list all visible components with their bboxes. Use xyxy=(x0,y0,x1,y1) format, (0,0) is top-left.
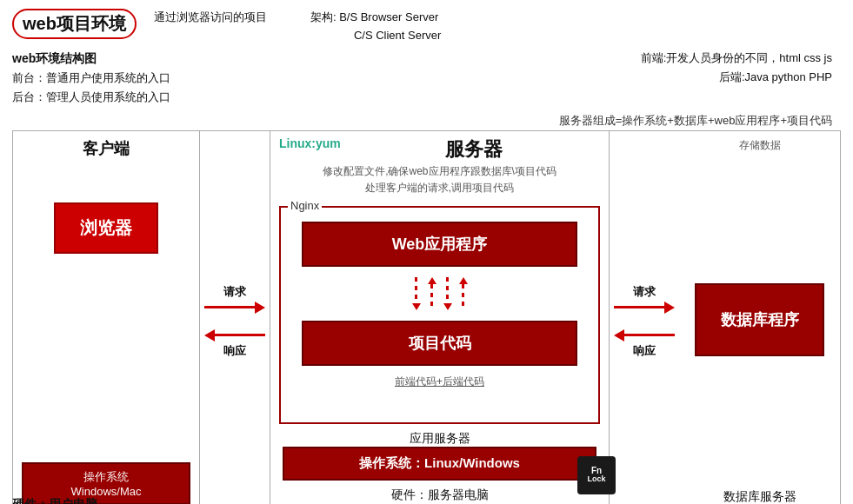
request-arrow-1: 请求 xyxy=(204,284,265,314)
header-desc1: 通过浏览器访问的项目 xyxy=(154,9,267,27)
left-arrow-2 xyxy=(614,329,675,342)
header: web项目环境 通过浏览器访问的项目 架构: B/S Browser Serve… xyxy=(12,9,841,45)
request-label-2: 请求 xyxy=(633,284,656,300)
page: web项目环境 通过浏览器访问的项目 架构: B/S Browser Serve… xyxy=(0,0,853,504)
server-process-desc: 处理客户端的请求,调用项目代码 xyxy=(279,181,600,196)
client-column: 客户端 浏览器 操作系统 Windows/Mac xyxy=(13,131,200,504)
arrows-col-1: 请求 响应 xyxy=(200,131,270,504)
v-arrow-down-1 xyxy=(412,277,421,310)
left-arrow-1 xyxy=(204,329,265,342)
bottom-os-text: 操作系统：Linux/Windows xyxy=(359,455,520,470)
arrow-line-2 xyxy=(614,306,664,308)
arrow-line-2b xyxy=(624,334,675,336)
arrow-head-left-2 xyxy=(614,329,624,342)
v-head-down-1 xyxy=(412,303,421,310)
db-server-label: 数据库服务器 xyxy=(688,489,831,504)
client-os-text: 操作系统 Windows/Mac xyxy=(27,469,185,498)
app-server-column: Linux:yum 服务器 修改配置文件,确保web应用程序跟数据库\项目代码 … xyxy=(270,131,610,504)
app-server-label: 应用服务器 xyxy=(279,431,600,447)
request-arrow-2: 请求 xyxy=(614,284,675,314)
project-code-box: 项目代码 xyxy=(302,321,577,366)
hardware-label-client: 硬件：用户电脑 xyxy=(12,497,97,504)
response-label-1: 响应 xyxy=(223,343,246,359)
header-description: 通过浏览器访问的项目 架构: B/S Browser Server C/S Cl… xyxy=(154,9,441,45)
main-diagram: 客户端 浏览器 操作系统 Windows/Mac 请求 xyxy=(12,130,841,504)
back-dev-desc: 后端:Java python PHP xyxy=(290,68,832,87)
arrow-head-left-1 xyxy=(204,329,215,342)
linux-label: Linux:yum xyxy=(279,136,341,150)
v-head-up-1 xyxy=(428,277,436,284)
response-arrow-2: 响应 xyxy=(614,329,675,359)
server-main-title: 服务器 xyxy=(348,136,600,162)
lock-icon: Fn Lock xyxy=(577,456,616,494)
v-dash-3 xyxy=(446,277,449,303)
storage-label: 存储数据 xyxy=(688,138,831,153)
server-compose: 服务器组成=操作系统+数据库+web应用程序+项目代码 xyxy=(12,113,841,129)
arch-label2: C/S Client Server xyxy=(354,27,441,45)
arch-label1: 架构: B/S Browser Server xyxy=(310,10,438,23)
nginx-box: Nginx Web应用程序 xyxy=(279,206,600,424)
db-box: 数据库程序 xyxy=(695,283,824,356)
front-dev-desc: 前端:开发人员身份的不同，html css js xyxy=(290,49,832,68)
response-arrow-1: 响应 xyxy=(204,329,265,359)
arrow-pair-2: 请求 响应 xyxy=(610,284,679,359)
sub-header: web环境结构图 前台：普通用户使用系统的入口 后台：管理人员使用系统的入口 前… xyxy=(12,49,841,108)
code-sub-label: 前端代码+后端代码 xyxy=(288,375,591,389)
db-column: 存储数据 数据库程序 数据库服务器 xyxy=(679,131,840,504)
lock-label: Lock xyxy=(587,475,605,484)
v-arrow-down-2 xyxy=(443,277,452,310)
hardware-label-server: 硬件：服务器电脑 xyxy=(279,487,600,504)
request-label-1: 请求 xyxy=(223,284,246,300)
nginx-label: Nginx xyxy=(288,199,322,212)
db-inner: 存储数据 数据库程序 xyxy=(688,138,831,484)
bottom-os-bar: 操作系统：Linux/Windows Fn Lock xyxy=(283,447,596,481)
arrow-line-1b xyxy=(215,334,265,336)
arrows-col-2: 请求 响应 xyxy=(610,131,679,504)
web-app-box: Web应用程序 xyxy=(302,222,577,267)
response-label-2: 响应 xyxy=(633,343,656,359)
arrow-line-1 xyxy=(204,306,255,308)
client-title: 客户端 xyxy=(22,138,190,159)
arrow-pair-1: 请求 响应 xyxy=(200,284,270,359)
page-title: web项目环境 xyxy=(12,9,137,39)
server-config-desc: 修改配置文件,确保web应用程序跟数据库\项目代码 xyxy=(279,164,600,179)
v-dash-1 xyxy=(415,277,417,303)
v-head-up-2 xyxy=(459,277,468,284)
server-title-area: Linux:yum 服务器 xyxy=(279,136,600,162)
arrow-head-right-1 xyxy=(255,302,265,314)
back-desc: 后台：管理人员使用系统的入口 xyxy=(12,88,290,107)
browser-box: 浏览器 xyxy=(54,202,158,254)
v-dash-4 xyxy=(462,284,464,310)
web-structure-label: web环境结构图 xyxy=(12,49,290,70)
arrow-head-right-2 xyxy=(664,302,675,314)
v-arrow-up-1 xyxy=(428,277,436,310)
right-arrow-2 xyxy=(614,302,675,314)
v-arrow-up-2 xyxy=(459,277,468,310)
v-arrows xyxy=(288,274,591,314)
right-arrow-1 xyxy=(204,302,265,314)
front-desc: 前台：普通用户使用系统的入口 xyxy=(12,69,290,88)
v-head-down-2 xyxy=(443,303,452,310)
sub-header-left: web环境结构图 前台：普通用户使用系统的入口 后台：管理人员使用系统的入口 xyxy=(12,49,290,108)
sub-header-right: 前端:开发人员身份的不同，html css js 后端:Java python … xyxy=(290,49,841,108)
v-dash-2 xyxy=(430,284,433,310)
